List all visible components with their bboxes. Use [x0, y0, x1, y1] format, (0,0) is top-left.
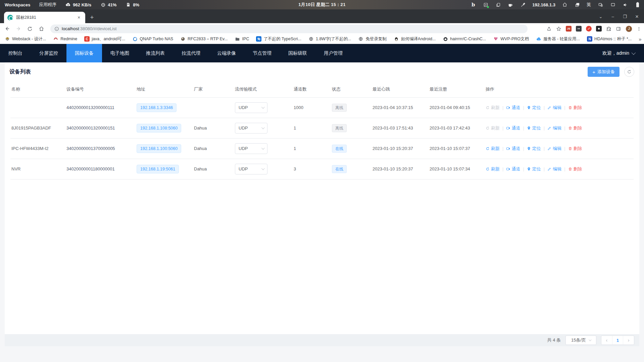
back-button[interactable]: [3, 24, 11, 33]
browser-menu-chevron-icon[interactable]: ⌄: [597, 13, 604, 20]
cell-registered: 2023-01-10 15:07:34: [429, 159, 485, 179]
bing-tray-icon[interactable]: b: [470, 2, 476, 8]
window-close-button[interactable]: ✕: [633, 13, 641, 20]
address-tag[interactable]: 192.168.1.3:3346: [137, 103, 177, 112]
browser-tab[interactable]: 国标28181 ×: [4, 12, 85, 23]
bookmark-qnap[interactable]: QNAP Turbo NAS: [132, 36, 173, 42]
tab-close-icon[interactable]: ×: [76, 14, 82, 20]
user-menu[interactable]: 欢迎，admin: [602, 44, 644, 62]
locate-action[interactable]: 定位: [527, 166, 541, 172]
nav-item-split-monitor[interactable]: 分屏监控: [31, 44, 66, 62]
edit-action[interactable]: 编辑: [547, 166, 561, 172]
current-page-button[interactable]: 1: [612, 336, 624, 345]
nav-item-gb-devices[interactable]: 国标设备: [66, 44, 102, 62]
bookmarks-overflow-chevrons[interactable]: »: [639, 36, 641, 42]
layers-icon: [5, 36, 10, 42]
edit-action[interactable]: 编辑: [547, 125, 561, 131]
address-bar[interactable]: localhost:38080/#/deviceList: [50, 24, 528, 33]
home-tray-icon[interactable]: [562, 2, 568, 8]
nav-item-node-manage[interactable]: 节点管理: [244, 44, 280, 62]
nav-item-cloud-record[interactable]: 云端录像: [209, 44, 244, 62]
blocker-extension-icon[interactable]: [586, 26, 592, 32]
window-restore-button[interactable]: ❐: [621, 13, 629, 20]
home-button[interactable]: [37, 24, 46, 33]
nav-item-pull-proxy[interactable]: 拉流代理: [173, 44, 209, 62]
nav-item-user-manage[interactable]: 用户管理: [315, 44, 351, 62]
refresh-action[interactable]: 刷新: [486, 146, 500, 152]
nav-item-gb-cascade[interactable]: 国标级联: [280, 44, 315, 62]
bookmark-wvp-docs[interactable]: Ψ WVP-PRO文档: [493, 36, 529, 42]
forward-button[interactable]: [14, 24, 23, 33]
locate-action[interactable]: 定位: [527, 125, 541, 131]
color-picker-tray-icon[interactable]: [520, 2, 526, 8]
bookmark-article[interactable]: 1.8W字|了不起的...: [308, 36, 351, 42]
reload-button[interactable]: [26, 24, 34, 33]
screenshot-tray-icon[interactable]: [483, 2, 489, 8]
bookmark-cloud-server[interactable]: 服务器 - 轻量应用...: [536, 36, 580, 42]
channels-action[interactable]: 通道: [506, 105, 520, 111]
chevron-down-icon: [261, 167, 265, 170]
window-minimize-button[interactable]: –: [609, 13, 616, 20]
channels-action[interactable]: 通道: [506, 125, 520, 131]
locate-action[interactable]: 定位: [527, 146, 541, 152]
add-device-button[interactable]: + 添加设备: [588, 67, 620, 77]
js-blocker-extension-icon[interactable]: JS: [566, 26, 572, 32]
nav-item-push-list[interactable]: 推流列表: [138, 44, 173, 62]
browser-menu-kebab-icon[interactable]: [637, 26, 641, 32]
locate-action[interactable]: 定位: [527, 105, 541, 111]
workspaces-button[interactable]: Workspaces: [5, 2, 30, 7]
stream-mode-select[interactable]: UDP: [235, 123, 267, 134]
channels-action[interactable]: 通道: [506, 146, 520, 152]
share-icon[interactable]: [546, 26, 552, 32]
next-page-button[interactable]: ›: [623, 336, 634, 345]
bookmark-csdn[interactable]: C java、android可...: [84, 36, 125, 42]
refresh-list-button[interactable]: [624, 67, 634, 77]
side-panel-icon[interactable]: [616, 26, 621, 32]
page-size-select[interactable]: 15条/页: [565, 335, 596, 345]
edit-action[interactable]: 编辑: [547, 105, 561, 111]
prev-page-button[interactable]: ‹: [601, 336, 612, 345]
ip-address-indicator[interactable]: 192.168.1.3: [532, 2, 555, 7]
stream-mode-select[interactable]: UDP: [235, 164, 267, 174]
edit-action[interactable]: 编辑: [547, 146, 561, 152]
refresh-action[interactable]: 刷新: [486, 166, 500, 172]
delete-action[interactable]: 删除: [568, 105, 582, 111]
clock[interactable]: 1月10日 星期二 15：21: [298, 2, 345, 8]
bookmark-copy-tool[interactable]: 免登录复制: [358, 36, 387, 42]
volume-icon[interactable]: [622, 2, 628, 8]
window-switcher-tray-icon[interactable]: [574, 2, 580, 8]
battery-icon[interactable]: [635, 2, 641, 8]
clipboard-tray-icon[interactable]: [495, 2, 501, 8]
stream-mode-select[interactable]: UDP: [235, 102, 267, 113]
profile-avatar[interactable]: J: [626, 25, 632, 32]
address-tag[interactable]: 192.168.1.19:5061: [137, 165, 179, 173]
delete-action[interactable]: 删除: [568, 146, 582, 152]
nav-item-console[interactable]: 控制台: [0, 44, 31, 62]
address-tag[interactable]: 192.168.1.108:5060: [137, 124, 181, 133]
coffee-tray-icon[interactable]: [507, 2, 513, 8]
display-tray-icon[interactable]: [610, 2, 616, 8]
bookmark-webstack[interactable]: Webstack - 设计...: [5, 36, 46, 42]
nav-item-emap[interactable]: 电子地图: [102, 44, 138, 62]
bookmark-rfc2833[interactable]: RFC2833 – RTP Ev...: [180, 36, 228, 42]
input-method-indicator[interactable]: 英: [587, 2, 591, 8]
applications-menu[interactable]: 应用程序: [39, 2, 56, 8]
delete-action[interactable]: 删除: [568, 166, 582, 172]
bookmark-android-build[interactable]: 如何编译Android...: [394, 36, 436, 42]
square-extension-icon[interactable]: [596, 26, 602, 32]
bookmark-ipc-folder[interactable]: IPC: [235, 36, 249, 42]
bookmark-hdatmos[interactable]: N HDAtmos :: 种子 *...: [587, 36, 632, 42]
channels-action[interactable]: 通道: [506, 166, 520, 172]
extensions-puzzle-icon[interactable]: [606, 26, 611, 32]
bookmark-redmine[interactable]: Redmine: [53, 36, 77, 42]
bookmark-zhihu-typescript[interactable]: 知 了不起的 TypeScri...: [256, 36, 301, 42]
workspace-pager-icon[interactable]: [597, 2, 603, 8]
stream-mode-select[interactable]: UDP: [235, 143, 267, 154]
site-info-icon[interactable]: [54, 27, 59, 31]
new-tab-button[interactable]: +: [88, 14, 96, 22]
address-tag[interactable]: 192.168.1.100:5060: [137, 144, 181, 153]
dark-extension-icon[interactable]: [576, 26, 582, 32]
bookmark-github-crashc[interactable]: hairrrrr/C-CrashC...: [443, 36, 486, 42]
delete-action[interactable]: 删除: [568, 125, 582, 131]
bookmark-star-icon[interactable]: [556, 26, 561, 32]
